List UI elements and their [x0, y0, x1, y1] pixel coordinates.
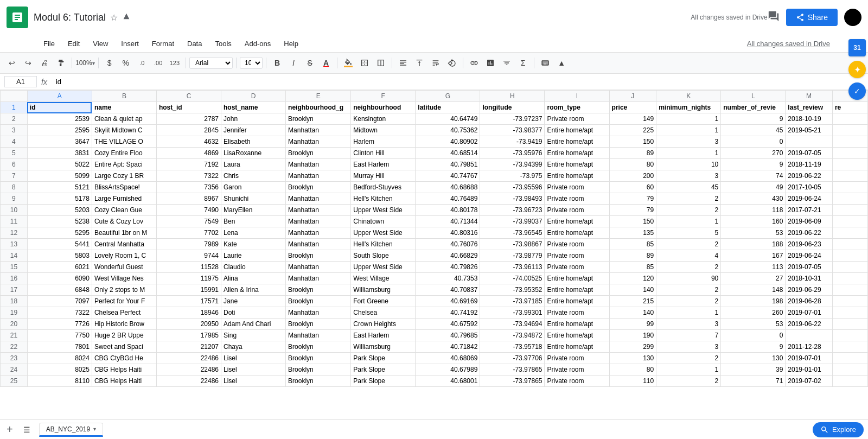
cell-g-21[interactable]: 40.79685 — [416, 330, 480, 341]
col-header-b[interactable]: B — [92, 91, 156, 102]
cell-c-4[interactable]: 4632 — [156, 136, 221, 148]
cell-i-16[interactable]: Entire home/apt — [545, 273, 609, 284]
cell-n-14[interactable] — [832, 250, 867, 262]
row-number[interactable]: 21 — [1, 330, 28, 341]
cell-n-18[interactable] — [832, 296, 867, 307]
cell-i-21[interactable]: Entire home/apt — [545, 330, 609, 341]
cell-f-2[interactable]: Kensington — [351, 113, 416, 125]
cell-j-25[interactable]: 110 — [609, 376, 656, 387]
col-header-f[interactable]: F — [351, 91, 416, 102]
cell-n-6[interactable] — [832, 159, 867, 170]
cell-b-23[interactable]: CBG CtyBGd He — [92, 353, 156, 364]
borders-button[interactable] — [357, 55, 372, 71]
cell-b-5[interactable]: Cozy Entire Floo — [92, 148, 156, 159]
cell-m-1[interactable]: last_review — [786, 102, 833, 113]
cell-k-16[interactable]: 90 — [656, 273, 721, 284]
cell-l-9[interactable]: 430 — [721, 193, 786, 205]
cell-d-1[interactable]: host_name — [221, 102, 286, 113]
cell-h-25[interactable]: -73.97865 — [480, 376, 545, 387]
comment-icon[interactable] — [768, 10, 780, 25]
cell-e-20[interactable]: Brooklyn — [286, 319, 351, 330]
cell-l-13[interactable]: 188 — [721, 239, 786, 250]
cell-e-1[interactable]: neighbourhood_g — [286, 102, 351, 113]
cell-e-19[interactable]: Manhattan — [286, 307, 351, 319]
cell-k-15[interactable]: 2 — [656, 262, 721, 273]
cell-f-19[interactable]: Chelsea — [351, 307, 416, 319]
cell-e-11[interactable]: Manhattan — [286, 216, 351, 227]
cell-c-14[interactable]: 9744 — [156, 250, 221, 262]
cell-c-2[interactable]: 2787 — [156, 113, 221, 125]
filter-button[interactable] — [499, 55, 514, 71]
row-number[interactable]: 16 — [1, 273, 28, 284]
cell-c-18[interactable]: 17571 — [156, 296, 221, 307]
row-number[interactable]: 18 — [1, 296, 28, 307]
cell-g-25[interactable]: 40.68001 — [416, 376, 480, 387]
cell-n-10[interactable] — [832, 205, 867, 216]
cell-i-1[interactable]: room_type — [545, 102, 609, 113]
cell-b-19[interactable]: Chelsea Perfect — [92, 307, 156, 319]
menu-tools[interactable]: Tools — [209, 37, 237, 50]
cell-h-2[interactable]: -73.97237 — [480, 113, 545, 125]
cell-k-3[interactable]: 1 — [656, 125, 721, 136]
cell-g-2[interactable]: 40.64749 — [416, 113, 480, 125]
row-number[interactable]: 20 — [1, 319, 28, 330]
cell-a-9[interactable]: 5178 — [27, 193, 92, 205]
cell-k-4[interactable]: 3 — [656, 136, 721, 148]
cell-e-18[interactable]: Brooklyn — [286, 296, 351, 307]
menu-format[interactable]: Format — [146, 37, 180, 50]
cell-a-6[interactable]: 5022 — [27, 159, 92, 170]
cell-h-14[interactable]: -73.98779 — [480, 250, 545, 262]
cell-g-23[interactable]: 40.68069 — [416, 353, 480, 364]
cell-h-8[interactable]: -73.95596 — [480, 182, 545, 193]
cell-n-20[interactable] — [832, 319, 867, 330]
menu-help[interactable]: Help — [278, 37, 304, 50]
cell-l-5[interactable]: 270 — [721, 148, 786, 159]
cell-f-24[interactable]: Park Slope — [351, 364, 416, 376]
cell-a-1[interactable]: id — [27, 102, 92, 113]
cell-f-18[interactable]: Fort Greene — [351, 296, 416, 307]
row-number[interactable]: 15 — [1, 262, 28, 273]
cell-f-16[interactable]: West Village — [351, 273, 416, 284]
cell-g-5[interactable]: 40.68514 — [416, 148, 480, 159]
menu-view[interactable]: View — [87, 37, 113, 50]
drive-icon[interactable] — [122, 12, 131, 23]
cell-n-24[interactable] — [832, 364, 867, 376]
menu-edit[interactable]: Edit — [62, 37, 85, 50]
cell-b-18[interactable]: Perfect for Your F — [92, 296, 156, 307]
cell-k-20[interactable]: 3 — [656, 319, 721, 330]
cell-b-24[interactable]: CBG Helps Haiti — [92, 364, 156, 376]
cell-j-7[interactable]: 200 — [609, 170, 656, 182]
cell-e-5[interactable]: Brooklyn — [286, 148, 351, 159]
cell-f-5[interactable]: Clinton Hill — [351, 148, 416, 159]
cell-k-19[interactable]: 1 — [656, 307, 721, 319]
cell-h-1[interactable]: longitude — [480, 102, 545, 113]
cell-g-19[interactable]: 40.74192 — [416, 307, 480, 319]
row-number[interactable]: 24 — [1, 364, 28, 376]
cell-f-17[interactable]: Williamsburg — [351, 284, 416, 296]
row-number[interactable]: 14 — [1, 250, 28, 262]
row-number[interactable]: 1 — [1, 102, 28, 113]
cell-i-17[interactable]: Entire home/apt — [545, 284, 609, 296]
row-number[interactable]: 19 — [1, 307, 28, 319]
menu-data[interactable]: Data — [182, 37, 207, 50]
cell-c-3[interactable]: 2845 — [156, 125, 221, 136]
cell-g-3[interactable]: 40.75362 — [416, 125, 480, 136]
cell-f-8[interactable]: Bedford-Stuyves — [351, 182, 416, 193]
cell-m-5[interactable]: 2019-07-05 — [786, 148, 833, 159]
cell-e-4[interactable]: Manhattan — [286, 136, 351, 148]
cell-i-15[interactable]: Private room — [545, 262, 609, 273]
cell-d-22[interactable]: Chaya — [221, 341, 286, 353]
col-header-a[interactable]: A — [27, 91, 92, 102]
cell-i-10[interactable]: Private room — [545, 205, 609, 216]
cell-a-8[interactable]: 5121 — [27, 182, 92, 193]
row-number[interactable]: 13 — [1, 239, 28, 250]
cell-e-15[interactable]: Manhattan — [286, 262, 351, 273]
cell-c-15[interactable]: 11528 — [156, 262, 221, 273]
cell-n-22[interactable] — [832, 341, 867, 353]
cell-l-2[interactable]: 9 — [721, 113, 786, 125]
cell-h-19[interactable]: -73.99301 — [480, 307, 545, 319]
cell-f-22[interactable]: Williamsburg — [351, 341, 416, 353]
cell-n-11[interactable] — [832, 216, 867, 227]
cell-a-19[interactable]: 7322 — [27, 307, 92, 319]
text-color-button[interactable]: A — [318, 55, 334, 71]
